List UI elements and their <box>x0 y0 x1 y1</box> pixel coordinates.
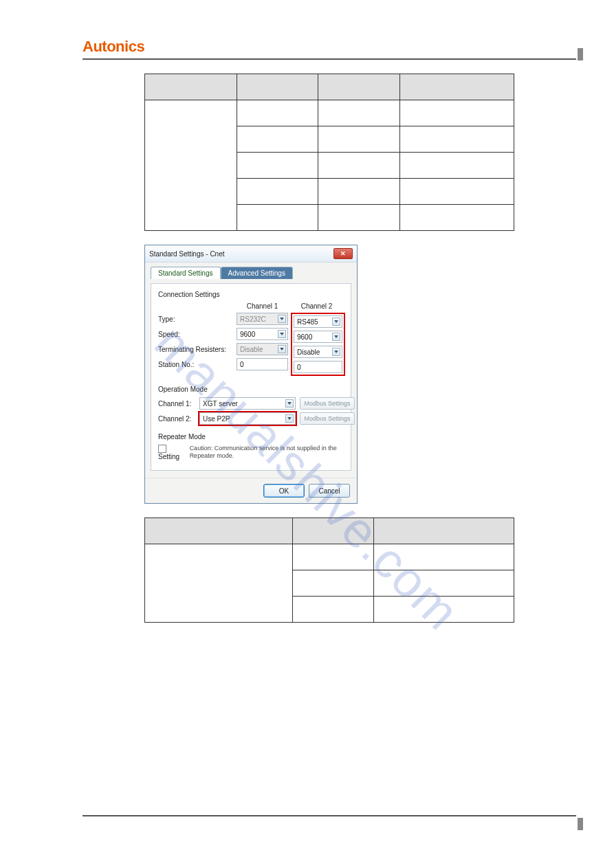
close-icon: ✕ <box>340 250 346 257</box>
channel2-header: Channel 2 <box>291 302 342 310</box>
op-ch2-select[interactable]: Use P2P <box>199 412 296 425</box>
repeater-mode-title: Repeater Mode <box>158 433 344 441</box>
standard-settings-dialog: Standard Settings - Cnet ✕ Standard Sett… <box>144 245 358 504</box>
terminating-label: Terminating Resisters: <box>158 343 234 355</box>
brand-logo: Autonics <box>83 38 144 56</box>
chevron-down-icon <box>278 315 286 323</box>
settings-table-1 <box>144 74 514 231</box>
footer-decoration <box>578 818 583 830</box>
repeater-setting-checkbox[interactable]: Setting <box>158 445 184 460</box>
operation-mode-title: Operation Mode <box>158 386 344 393</box>
header-decoration <box>578 48 583 60</box>
chevron-down-icon <box>285 414 294 423</box>
repeater-setting-label: Setting <box>158 453 179 460</box>
channel1-header: Channel 1 <box>237 302 288 310</box>
repeater-caution-text: Caution: Communication service is not su… <box>190 445 344 460</box>
term-ch1-select: Disable <box>237 343 288 355</box>
type-ch2-select[interactable]: RS485 <box>294 315 342 328</box>
op-ch1-label: Channel 1: <box>158 400 195 408</box>
dialog-titlebar: Standard Settings - Cnet ✕ <box>145 245 357 263</box>
close-button[interactable]: ✕ <box>333 248 353 259</box>
chevron-down-icon <box>285 399 294 408</box>
channel2-highlight: RS485 9600 Disable 0 <box>291 313 345 376</box>
chevron-down-icon <box>278 330 286 338</box>
chevron-down-icon <box>332 333 340 341</box>
dialog-title: Standard Settings - Cnet <box>149 250 225 258</box>
term-ch2-select[interactable]: Disable <box>294 346 342 358</box>
modbus-settings-ch1-button: Modbus Settings <box>300 397 355 410</box>
op-ch1-select[interactable]: XGT server <box>199 397 296 410</box>
chevron-down-icon <box>332 318 340 326</box>
tab-standard-settings[interactable]: Standard Settings <box>151 267 221 279</box>
type-ch1-select: RS232C <box>237 313 288 325</box>
speed-ch1-select[interactable]: 9600 <box>237 328 288 340</box>
tab-advanced-settings[interactable]: Advanced Settings <box>221 267 293 279</box>
speed-label: Speed: <box>158 328 234 340</box>
op-ch2-label: Channel 2: <box>158 415 195 423</box>
footer-rule <box>83 815 576 816</box>
checkbox-icon <box>158 445 166 453</box>
station-label: Station No.: <box>158 358 234 370</box>
speed-ch2-select[interactable]: 9600 <box>294 331 342 343</box>
cancel-button[interactable]: Cancel <box>309 484 350 498</box>
connection-settings-title: Connection Settings <box>158 291 344 298</box>
ok-button[interactable]: OK <box>263 484 305 498</box>
station-ch2-input[interactable]: 0 <box>294 361 342 373</box>
settings-table-2 <box>144 518 514 623</box>
chevron-down-icon <box>278 345 286 353</box>
type-label: Type: <box>158 313 234 325</box>
station-ch1-input[interactable]: 0 <box>237 358 288 370</box>
chevron-down-icon <box>332 348 340 356</box>
modbus-settings-ch2-button: Modbus Settings <box>300 412 355 425</box>
